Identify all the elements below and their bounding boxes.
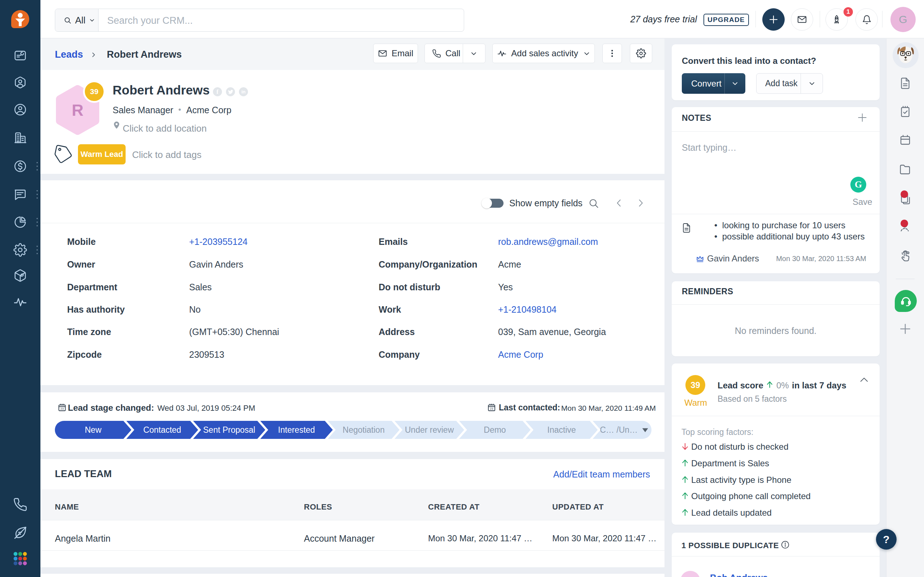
- svg-text:23: 23: [61, 407, 64, 410]
- svg-text:23: 23: [490, 407, 493, 410]
- svg-text:R: R: [72, 101, 84, 119]
